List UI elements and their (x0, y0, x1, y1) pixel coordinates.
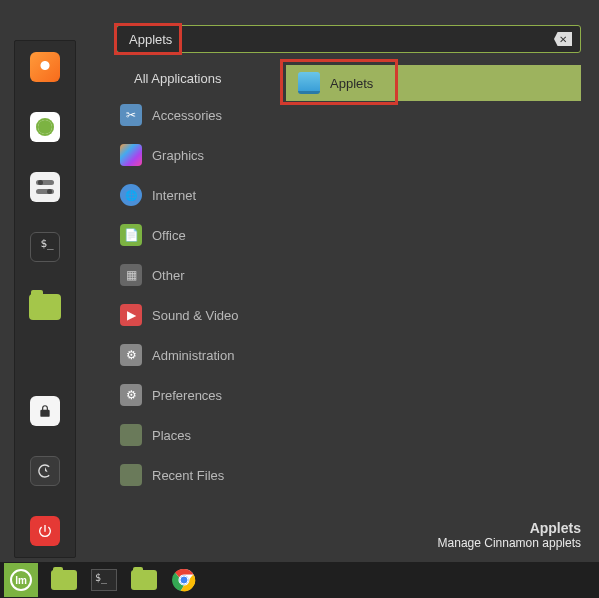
software-icon (30, 112, 60, 142)
taskbar-files[interactable] (130, 568, 158, 592)
menu-panel: ✕ All Applications ✂ Accessories Graphic… (116, 25, 581, 548)
category-administration[interactable]: ⚙ Administration (116, 342, 276, 368)
category-recent-files[interactable]: Recent Files (116, 462, 276, 488)
search-row: ✕ (116, 25, 581, 53)
category-other[interactable]: ▦ Other (116, 262, 276, 288)
category-graphics[interactable]: Graphics (116, 142, 276, 168)
taskbar-terminal[interactable]: $_ (90, 568, 118, 592)
category-sound-video[interactable]: ▶ Sound & Video (116, 302, 276, 328)
category-label: Preferences (152, 388, 222, 403)
recent-files-icon (120, 464, 142, 486)
settings-icon (30, 172, 60, 202)
category-label: Graphics (152, 148, 204, 163)
search-input[interactable] (129, 32, 554, 47)
tooltip-title: Applets (438, 520, 581, 536)
category-label: Accessories (152, 108, 222, 123)
tooltip: Applets Manage Cinnamon applets (438, 520, 581, 550)
folder-icon (131, 570, 157, 590)
category-label: Sound & Video (152, 308, 239, 323)
files-icon (29, 294, 61, 320)
terminal-icon: $_ (30, 232, 60, 262)
sound-video-icon: ▶ (120, 304, 142, 326)
preferences-icon: ⚙ (120, 384, 142, 406)
result-applets[interactable]: Applets (286, 65, 581, 101)
results-list: Applets (286, 65, 581, 488)
favorites-sidebar: $_ (14, 40, 76, 558)
taskbar-chrome[interactable] (170, 568, 198, 592)
clear-search-icon[interactable]: ✕ (554, 32, 572, 46)
administration-icon: ⚙ (120, 344, 142, 366)
power-button[interactable] (27, 513, 63, 549)
category-label: All Applications (134, 71, 221, 86)
logout-icon (30, 456, 60, 486)
category-label: Internet (152, 188, 196, 203)
office-icon: 📄 (120, 224, 142, 246)
fav-files[interactable] (27, 289, 63, 325)
category-label: Places (152, 428, 191, 443)
fav-settings[interactable] (27, 169, 63, 205)
category-label: Office (152, 228, 186, 243)
power-icon (30, 516, 60, 546)
logout-button[interactable] (27, 453, 63, 489)
lock-icon (30, 396, 60, 426)
tooltip-description: Manage Cinnamon applets (438, 536, 581, 550)
applets-icon (298, 72, 320, 94)
lock-button[interactable] (27, 393, 63, 429)
fav-firefox[interactable] (27, 49, 63, 85)
category-places[interactable]: Places (116, 422, 276, 448)
category-preferences[interactable]: ⚙ Preferences (116, 382, 276, 408)
terminal-icon: $_ (91, 569, 117, 591)
places-icon (120, 424, 142, 446)
graphics-icon (120, 144, 142, 166)
internet-icon: 🌐 (120, 184, 142, 206)
mint-logo-icon: lm (10, 569, 32, 591)
taskbar-show-desktop[interactable] (50, 568, 78, 592)
categories-list: All Applications ✂ Accessories Graphics … (116, 65, 276, 488)
category-label: Administration (152, 348, 234, 363)
fav-software[interactable] (27, 109, 63, 145)
chrome-icon (172, 568, 196, 592)
mint-menu-button[interactable]: lm (4, 563, 38, 597)
category-office[interactable]: 📄 Office (116, 222, 276, 248)
other-icon: ▦ (120, 264, 142, 286)
fav-terminal[interactable]: $_ (27, 229, 63, 265)
category-accessories[interactable]: ✂ Accessories (116, 102, 276, 128)
category-all-applications[interactable]: All Applications (116, 69, 276, 88)
category-label: Recent Files (152, 468, 224, 483)
category-internet[interactable]: 🌐 Internet (116, 182, 276, 208)
taskbar: lm $_ (0, 562, 599, 598)
accessories-icon: ✂ (120, 104, 142, 126)
firefox-icon (30, 52, 60, 82)
folder-icon (51, 570, 77, 590)
category-label: Other (152, 268, 185, 283)
result-label: Applets (330, 76, 373, 91)
